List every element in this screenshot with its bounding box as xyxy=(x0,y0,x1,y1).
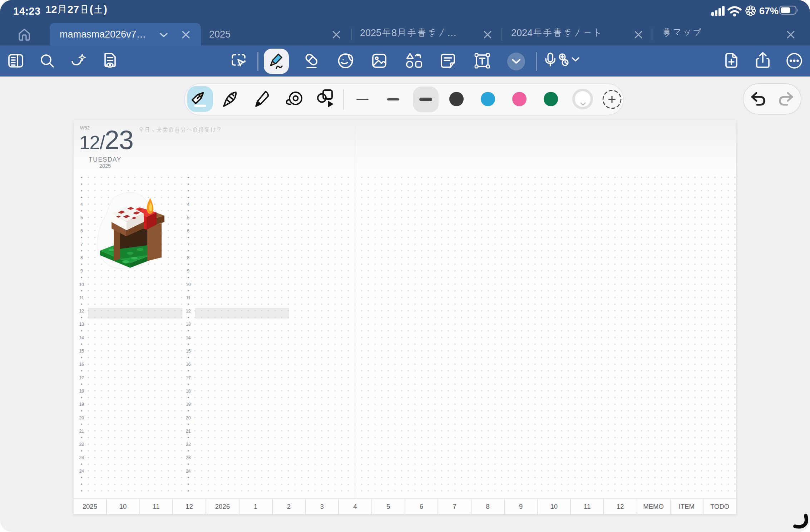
svg-text:4: 4 xyxy=(187,202,189,207)
svg-text:8: 8 xyxy=(80,255,83,260)
svg-text:19: 19 xyxy=(79,402,84,407)
svg-text:17: 17 xyxy=(186,375,191,380)
svg-text:12: 12 xyxy=(186,309,191,314)
svg-text:6: 6 xyxy=(187,228,189,233)
svg-text:15: 15 xyxy=(79,349,84,354)
svg-text:21: 21 xyxy=(79,429,84,434)
svg-text:19: 19 xyxy=(186,402,191,407)
svg-text:23: 23 xyxy=(79,455,84,460)
svg-text:24: 24 xyxy=(79,469,84,474)
svg-text:6: 6 xyxy=(80,228,83,233)
svg-text:7: 7 xyxy=(80,242,83,247)
svg-text:9: 9 xyxy=(80,269,83,274)
svg-text:5: 5 xyxy=(187,215,189,220)
svg-text:21: 21 xyxy=(186,429,191,434)
svg-text:2024: 2024 xyxy=(511,28,533,38)
svg-text:15: 15 xyxy=(186,349,191,354)
svg-text:14: 14 xyxy=(186,335,191,340)
svg-text:13: 13 xyxy=(79,322,84,327)
svg-text:(: ( xyxy=(90,5,93,15)
svg-text:20: 20 xyxy=(186,415,191,420)
svg-text:9: 9 xyxy=(187,269,189,274)
svg-text:22: 22 xyxy=(79,442,84,447)
svg-text:10: 10 xyxy=(186,282,191,287)
svg-text:2025: 2025 xyxy=(360,28,381,38)
svg-text:11: 11 xyxy=(186,295,191,300)
svg-text:14: 14 xyxy=(79,335,84,340)
svg-text:27: 27 xyxy=(68,5,79,15)
svg-text:18: 18 xyxy=(186,389,191,394)
svg-text:24: 24 xyxy=(186,469,191,474)
svg-text:8: 8 xyxy=(187,255,189,260)
svg-text:20: 20 xyxy=(79,415,84,420)
svg-text:5: 5 xyxy=(80,215,83,220)
svg-text:16: 16 xyxy=(79,362,84,367)
svg-text:18: 18 xyxy=(79,389,84,394)
svg-text:17: 17 xyxy=(79,375,84,380)
svg-text:8: 8 xyxy=(391,28,397,38)
svg-text:67%: 67% xyxy=(759,6,779,16)
svg-text:12: 12 xyxy=(45,5,57,15)
svg-text:16: 16 xyxy=(186,362,191,367)
svg-text:7: 7 xyxy=(187,242,189,247)
svg-text:12: 12 xyxy=(79,309,84,314)
svg-text:13: 13 xyxy=(186,322,191,327)
svg-text:4: 4 xyxy=(80,202,83,207)
svg-text:10: 10 xyxy=(79,282,84,287)
svg-text:…: … xyxy=(447,28,457,38)
svg-text:22: 22 xyxy=(186,442,191,447)
svg-text:23: 23 xyxy=(186,455,191,460)
svg-text:11: 11 xyxy=(79,295,84,300)
svg-text:): ) xyxy=(104,5,107,15)
